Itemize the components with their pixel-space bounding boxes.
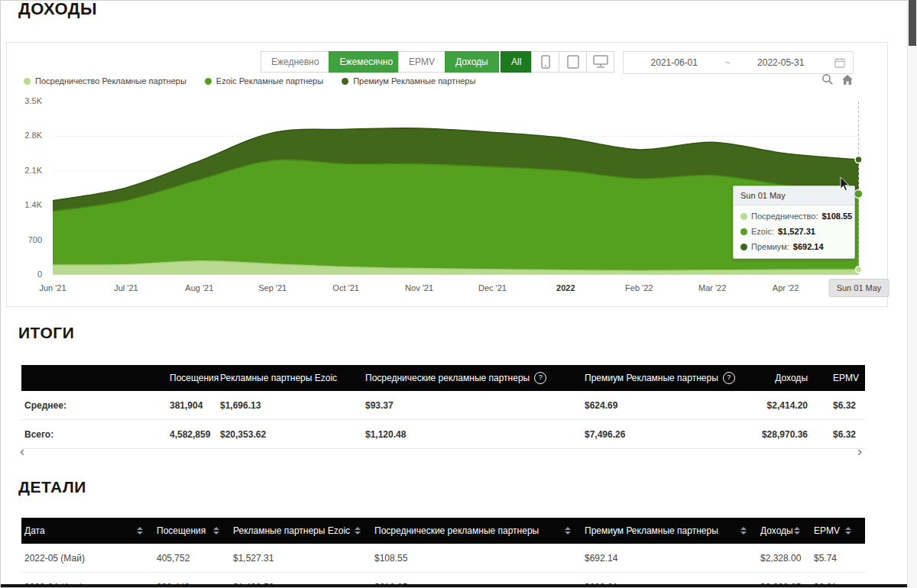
legend-item[interactable]: Ezoic Рекламные партнеры — [205, 76, 323, 86]
column-header[interactable]: Доходы — [760, 525, 814, 536]
y-axis: 07001.4K2.1K2.8K3.5K — [7, 43, 47, 306]
x-axis-label: Jul '21 — [114, 283, 138, 292]
x-axis-label: Jun '21 — [39, 283, 66, 292]
date-to-value[interactable]: 2022-05-31 — [731, 57, 832, 68]
column-header[interactable]: Дата — [21, 525, 157, 536]
column-header[interactable]: Рекламные партнеры Ezoic — [233, 525, 374, 536]
sort-down-icon — [794, 531, 800, 535]
table-row: Среднее:381,904$1,696.13$93.37$624.69$2,… — [21, 391, 865, 420]
x-axis-label: Aug '21 — [185, 283, 213, 292]
daily-button[interactable]: Ежедневно — [261, 51, 329, 73]
legend-dot-icon — [205, 78, 212, 85]
epmv-button[interactable]: EPMV — [398, 51, 446, 73]
column-header-label: Дата — [24, 525, 45, 536]
cell-value: $1,120.48 — [365, 429, 585, 440]
legend-item[interactable]: Премиум Рекламные партнеры — [342, 76, 475, 86]
cursor-icon — [840, 177, 851, 192]
cell-value: $1,527.31 — [233, 553, 374, 564]
cell-value: 405,752 — [157, 553, 233, 564]
y-axis-label: 2.8K — [7, 131, 42, 140]
x-axis-highlight-label: Sun 01 May — [829, 279, 889, 297]
chart-legend: Посредничество Рекламные партнерыEzoic Р… — [24, 76, 475, 86]
metric-toggle: EPMV Доходы — [398, 51, 499, 73]
tablet-filter-button[interactable] — [559, 51, 587, 73]
cell-value: $108.55 — [374, 553, 585, 564]
table-header-row: ДатаПосещенияРекламные партнеры EzoicПос… — [21, 518, 865, 544]
desktop-filter-button[interactable] — [586, 51, 614, 73]
cell-value: $2,414.20 — [753, 400, 814, 411]
mobile-filter-button[interactable] — [531, 51, 559, 73]
cell-value: $6.32 — [814, 429, 865, 440]
zoom-button[interactable] — [820, 72, 835, 87]
date-from-value[interactable]: 2021-06-01 — [624, 57, 725, 68]
tooltip-series-value: $108.55 — [821, 212, 852, 221]
legend-dot-icon — [342, 78, 348, 85]
totals-section-title: ИТОГИ — [18, 324, 74, 342]
desktop-icon — [593, 55, 608, 69]
cell-value: 381,904 — [170, 400, 220, 411]
home-button[interactable] — [840, 72, 855, 87]
column-header-label: Премиум Рекламные партнеры — [585, 373, 718, 383]
column-header[interactable]: Посреднические рекламные партнеры — [374, 525, 585, 536]
x-axis-label: Apr '22 — [773, 283, 799, 292]
column-header: Посреднические рекламные партнеры? — [365, 372, 585, 384]
cell-value: $2,328.00 — [760, 553, 814, 564]
date-range-separator: ~ — [725, 57, 731, 68]
bottom-bar — [0, 584, 909, 588]
x-axis-label: Feb '22 — [625, 283, 653, 292]
all-devices-button[interactable]: All — [501, 51, 532, 73]
chevron-right-icon[interactable]: › — [857, 444, 862, 458]
legend-item[interactable]: Посредничество Рекламные партнеры — [24, 76, 186, 86]
chart-tooltip: Sun 01 May Посредничество:$108.55Ezoic:$… — [733, 186, 855, 259]
column-header-label: EPMV — [833, 373, 859, 383]
sort-down-icon — [213, 531, 219, 535]
tooltip-row: Посредничество:$108.55 — [734, 205, 854, 221]
sort-up-icon — [355, 527, 361, 530]
details-section-title: ДЕТАЛИ — [18, 478, 86, 496]
home-icon — [841, 74, 854, 86]
column-header-label: Посреднические рекламные партнеры — [374, 525, 539, 536]
column-header[interactable]: Премиум Рекламные партнеры — [585, 525, 760, 536]
x-axis-label: 2022 — [556, 283, 575, 292]
magnifier-icon — [821, 73, 834, 86]
chevron-left-icon[interactable]: ‹ — [20, 444, 24, 458]
scrollbar[interactable] — [907, 0, 917, 588]
row-label: 2022-05 (Май) — [21, 553, 157, 564]
calendar-icon — [834, 57, 845, 68]
tooltip-series-dot-icon — [740, 228, 747, 235]
sort-icon[interactable] — [565, 527, 571, 535]
sort-up-icon — [794, 527, 800, 530]
chart-tools — [820, 72, 855, 87]
sort-icon[interactable] — [794, 527, 800, 535]
legend-label: Премиум Рекламные партнеры — [353, 76, 475, 86]
table-row: 2022-05 (Май)405,752$1,527.31$108.55$692… — [21, 544, 865, 573]
sort-icon[interactable] — [137, 527, 143, 535]
sort-up-icon — [137, 527, 143, 530]
help-icon[interactable]: ? — [534, 372, 546, 384]
frequency-toggle: Ежедневно Ежемесячно — [261, 51, 403, 73]
sort-icon[interactable] — [355, 527, 361, 535]
date-range-picker[interactable]: 2021-06-01 ~ 2022-05-31 — [623, 51, 854, 74]
x-axis: Jun '21Jul '21Aug '21Sep '21Oct '21Nov '… — [53, 275, 859, 305]
column-header: Премиум Рекламные партнеры? — [585, 372, 753, 384]
monthly-button[interactable]: Ежемесячно — [329, 51, 403, 73]
cell-value: $1,696.13 — [220, 400, 365, 411]
scrollbar-thumb[interactable] — [909, 0, 916, 46]
details-table: ДатаПосещенияРекламные партнеры EzoicПос… — [21, 518, 865, 588]
column-header[interactable]: Посещения — [157, 525, 233, 536]
page-title: ДОХОДЫ — [18, 0, 97, 19]
y-axis-label: 1.4K — [7, 200, 42, 209]
table-header-row: ПосещенияРекламные партнеры EzoicПосредн… — [21, 365, 865, 391]
cell-value: $20,353.62 — [220, 429, 365, 440]
income-button[interactable]: Доходы — [445, 51, 499, 73]
tablet-icon — [567, 55, 579, 69]
sort-icon[interactable] — [740, 527, 747, 535]
sort-icon[interactable] — [845, 527, 851, 535]
x-axis-label: Nov '21 — [405, 283, 433, 292]
y-axis-label: 3.5K — [7, 96, 42, 105]
sort-icon[interactable] — [213, 527, 219, 535]
y-axis-label: 0 — [7, 270, 42, 279]
column-header[interactable]: EPMV — [814, 525, 865, 536]
help-icon[interactable]: ? — [723, 372, 735, 384]
x-axis-label: Dec '21 — [478, 283, 507, 292]
